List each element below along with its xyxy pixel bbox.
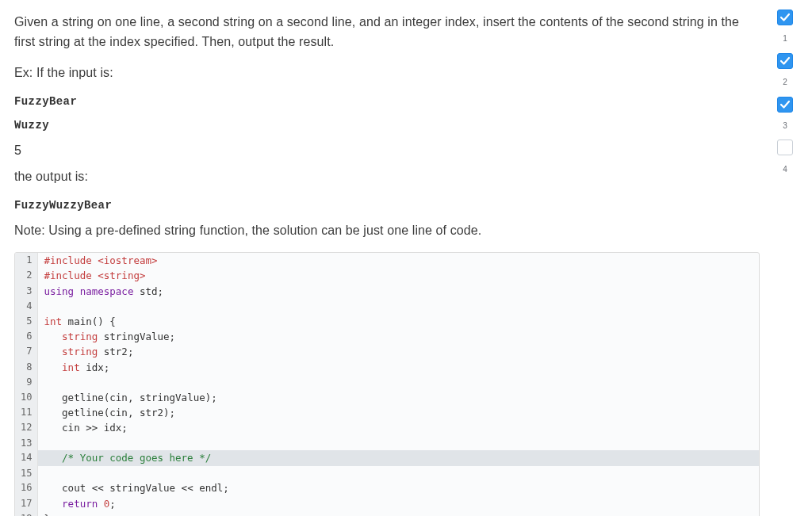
code-line: 16 cout << stringValue << endl; xyxy=(15,480,759,495)
problem-statement: Given a string on one line, a second str… xyxy=(14,13,760,52)
code-content[interactable]: int idx; xyxy=(37,360,759,375)
check-icon[interactable] xyxy=(777,97,793,113)
code-line: 10 getline(cin, stringValue); xyxy=(15,390,759,405)
code-line: 18} xyxy=(15,511,759,516)
code-line: 13 xyxy=(15,436,759,451)
line-number: 3 xyxy=(15,284,37,299)
code-line: 9 xyxy=(15,375,759,390)
progress-number: 2 xyxy=(772,76,798,89)
example-input-line-3: 5 xyxy=(14,141,760,161)
code-content[interactable]: getline(cin, str2); xyxy=(37,405,759,420)
code-content[interactable]: } xyxy=(37,511,759,516)
progress-item: 3 xyxy=(772,97,798,132)
output-intro: the output is: xyxy=(14,167,760,187)
code-content[interactable]: string str2; xyxy=(37,344,759,359)
code-content[interactable]: int main() { xyxy=(37,314,759,329)
code-line: 4 xyxy=(15,299,759,314)
note: Note: Using a pre-defined string functio… xyxy=(14,221,760,241)
line-number: 6 xyxy=(15,329,37,344)
line-number: 10 xyxy=(15,390,37,405)
problem-panel: Given a string on one line, a second str… xyxy=(14,8,760,516)
code-content[interactable] xyxy=(37,299,759,314)
line-number: 14 xyxy=(15,450,37,465)
code-line: 14 /* Your code goes here */ xyxy=(15,450,759,465)
code-content[interactable]: cout << stringValue << endl; xyxy=(37,480,759,495)
code-content[interactable] xyxy=(37,436,759,451)
example-output: FuzzyWuzzyBear xyxy=(14,197,760,215)
code-editor: 1#include <iostream>2#include <string>3u… xyxy=(14,252,760,516)
line-number: 13 xyxy=(15,436,37,451)
code-content[interactable]: #include <string> xyxy=(37,268,759,283)
example-input-line-1: FuzzyBear xyxy=(14,94,760,111)
code-line: 7 string str2; xyxy=(15,344,759,359)
progress-list: 1234 xyxy=(772,10,798,175)
line-number: 11 xyxy=(15,405,37,420)
code-line: 15 xyxy=(15,466,759,481)
checkbox-empty-icon[interactable] xyxy=(777,140,793,155)
code-content[interactable]: cin >> idx; xyxy=(37,420,759,435)
line-number: 9 xyxy=(15,375,37,390)
line-number: 15 xyxy=(15,466,37,481)
progress-item: 4 xyxy=(772,140,798,175)
example-intro: Ex: If the input is: xyxy=(14,63,760,83)
code-line: 5int main() { xyxy=(15,314,759,329)
line-number: 18 xyxy=(15,511,37,516)
code-line: 2#include <string> xyxy=(15,268,759,283)
code-content[interactable]: getline(cin, stringValue); xyxy=(37,390,759,405)
code-content[interactable] xyxy=(37,466,759,481)
progress-number: 3 xyxy=(772,120,798,132)
code-content[interactable]: return 0; xyxy=(37,496,759,511)
line-number: 2 xyxy=(15,268,37,283)
line-number: 8 xyxy=(15,360,37,375)
line-number: 16 xyxy=(15,480,37,495)
code-line: 1#include <iostream> xyxy=(15,253,759,268)
code-line: 6 string stringValue; xyxy=(15,329,759,344)
code-line: 8 int idx; xyxy=(15,360,759,375)
code-line: 12 cin >> idx; xyxy=(15,420,759,435)
line-number: 17 xyxy=(15,496,37,511)
code-content[interactable] xyxy=(37,375,759,390)
code-table: 1#include <iostream>2#include <string>3u… xyxy=(15,253,759,516)
code-line: 11 getline(cin, str2); xyxy=(15,405,759,420)
line-number: 4 xyxy=(15,299,37,314)
progress-sidebar: 1234 xyxy=(772,8,798,516)
code-content[interactable]: /* Your code goes here */ xyxy=(37,450,759,465)
line-number: 5 xyxy=(15,314,37,329)
line-number: 1 xyxy=(15,253,37,268)
progress-item: 1 xyxy=(772,10,798,45)
progress-number: 1 xyxy=(772,32,798,45)
progress-item: 2 xyxy=(772,53,798,89)
code-content[interactable]: using namespace std; xyxy=(37,284,759,299)
check-icon[interactable] xyxy=(777,53,793,69)
code-line: 3using namespace std; xyxy=(15,284,759,299)
line-number: 12 xyxy=(15,420,37,435)
code-content[interactable]: string stringValue; xyxy=(37,329,759,344)
code-line: 17 return 0; xyxy=(15,496,759,511)
progress-number: 4 xyxy=(772,163,798,176)
check-icon[interactable] xyxy=(777,10,793,25)
example-input-line-2: Wuzzy xyxy=(14,117,760,135)
code-content[interactable]: #include <iostream> xyxy=(37,253,759,268)
line-number: 7 xyxy=(15,344,37,359)
